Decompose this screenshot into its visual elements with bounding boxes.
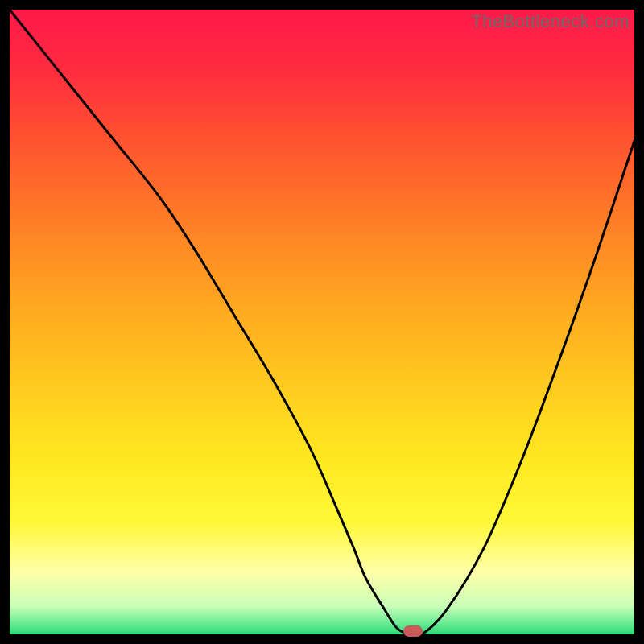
watermark-text: TheBottleneck.com <box>471 11 630 32</box>
background-gradient <box>10 10 634 634</box>
svg-rect-0 <box>10 10 634 634</box>
optimal-marker <box>403 625 423 637</box>
